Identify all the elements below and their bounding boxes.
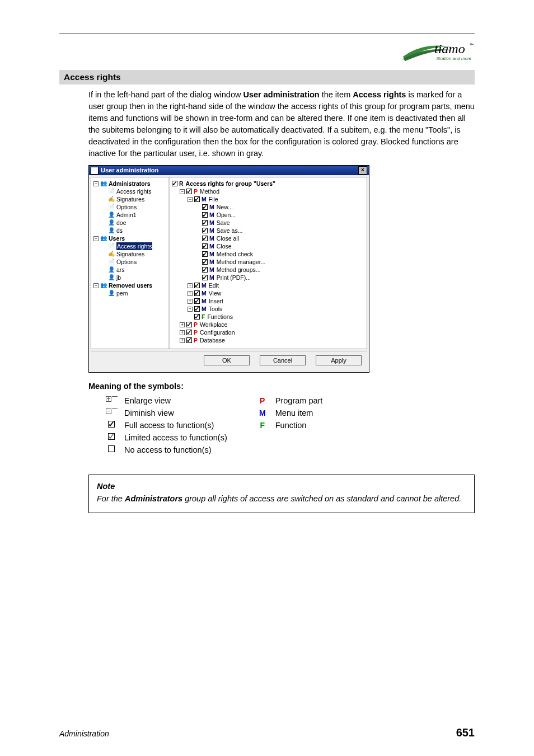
symbol-label: Diminish view bbox=[124, 408, 174, 417]
tree-item[interactable]: 📄Access rights bbox=[101, 187, 166, 195]
symbol-row: Enlarge view bbox=[99, 396, 227, 405]
tree-item[interactable]: MSave bbox=[195, 219, 364, 227]
tree-item[interactable]: MClose all bbox=[195, 234, 364, 242]
collapse-icon[interactable]: − bbox=[180, 189, 185, 194]
tree-item[interactable]: MClose bbox=[195, 242, 364, 250]
tree-item[interactable]: MOpen... bbox=[195, 211, 364, 219]
tree-item[interactable]: +MTools bbox=[188, 305, 364, 313]
tree-item[interactable]: ✍Signatures bbox=[101, 250, 166, 258]
checkbox-icon[interactable] bbox=[194, 196, 200, 202]
tree-item[interactable]: 📄Options bbox=[101, 258, 166, 266]
checkbox-icon[interactable] bbox=[202, 259, 208, 265]
tree-label: View bbox=[209, 289, 222, 297]
tree-item[interactable]: MMethod groups... bbox=[195, 266, 364, 274]
tree-label: Save as... bbox=[217, 227, 243, 234]
logo-swoosh-icon: tiamo ™ titration and more bbox=[402, 40, 475, 64]
enlarge-icon bbox=[99, 396, 124, 402]
tree-item[interactable]: +MInsert bbox=[188, 297, 364, 305]
expand-icon[interactable]: + bbox=[188, 299, 193, 304]
tree-group-users[interactable]: −👥Users bbox=[93, 234, 166, 242]
checkbox-icon[interactable] bbox=[202, 228, 208, 233]
dialog-titlebar[interactable]: User administration × bbox=[89, 166, 369, 175]
tree-item[interactable]: 👤pem bbox=[101, 289, 166, 297]
checkbox-icon[interactable] bbox=[172, 181, 177, 186]
checkbox-icon[interactable] bbox=[202, 251, 208, 257]
right-tree[interactable]: RAccess rights for group "Users" −PMetho… bbox=[170, 177, 367, 349]
tree-item[interactable]: 👤ds bbox=[101, 227, 166, 234]
footer-page: 651 bbox=[456, 726, 475, 739]
collapse-icon[interactable]: − bbox=[93, 283, 99, 288]
expand-icon[interactable]: + bbox=[180, 322, 185, 327]
doc-icon: 📄 bbox=[108, 242, 115, 250]
collapse-icon[interactable]: − bbox=[93, 236, 99, 241]
symbol-letter: M bbox=[259, 408, 266, 417]
tree-item[interactable]: +PWorkplace bbox=[180, 321, 364, 328]
tree-item[interactable]: −PMethod bbox=[180, 187, 364, 195]
tree-item[interactable]: +MView bbox=[188, 289, 364, 297]
expand-icon[interactable]: + bbox=[188, 291, 193, 296]
tree-item[interactable]: MPrint (PDF)... bbox=[195, 274, 364, 281]
tree-item[interactable]: +PConfiguration bbox=[180, 328, 364, 336]
checkbox-icon[interactable] bbox=[202, 267, 208, 273]
logo-area: tiamo ™ titration and more bbox=[59, 40, 475, 64]
collapse-icon[interactable]: − bbox=[93, 181, 99, 186]
expand-icon[interactable]: + bbox=[180, 330, 185, 335]
intro-paragraph: If in the left-hand part of the dialog w… bbox=[88, 89, 475, 159]
apply-button[interactable]: Apply bbox=[316, 355, 362, 365]
tree-item[interactable]: MMethod check bbox=[195, 250, 364, 258]
logo-brand: tiamo bbox=[434, 41, 465, 56]
checkbox-icon[interactable] bbox=[194, 283, 200, 288]
tree-item[interactable]: 👤doe bbox=[101, 219, 166, 227]
note-title: Note bbox=[97, 481, 466, 492]
close-icon[interactable]: × bbox=[358, 166, 367, 175]
checkbox-icon[interactable] bbox=[194, 314, 200, 320]
left-tree[interactable]: −👥Administrators 📄Access rights ✍Signatu… bbox=[91, 177, 170, 349]
symbol-letter: P bbox=[260, 396, 265, 405]
cancel-button[interactable]: Cancel bbox=[260, 355, 306, 365]
tree-item[interactable]: +PDatabase bbox=[180, 336, 364, 344]
tree-item[interactable]: FFunctions bbox=[188, 313, 364, 321]
rights-root[interactable]: RAccess rights for group "Users" bbox=[172, 180, 364, 187]
symbol-row: Full access to function(s) bbox=[99, 421, 227, 430]
tree-label: Signatures bbox=[116, 195, 144, 203]
tree-item[interactable]: ✍Signatures bbox=[101, 195, 166, 203]
checkbox-icon[interactable] bbox=[202, 243, 208, 249]
checkbox-icon[interactable] bbox=[194, 298, 200, 304]
tree-label: File bbox=[209, 195, 218, 203]
tree-item[interactable]: 👤jb bbox=[101, 274, 166, 281]
tree-group-admins[interactable]: −👥Administrators bbox=[93, 180, 166, 187]
collapse-icon[interactable]: − bbox=[188, 197, 193, 202]
checkbox-icon[interactable] bbox=[186, 189, 192, 194]
checkbox-icon[interactable] bbox=[202, 212, 208, 218]
tree-label: Workplace bbox=[200, 321, 227, 328]
checkbox-icon[interactable] bbox=[202, 236, 208, 241]
symbol-row: M Menu item bbox=[250, 408, 323, 417]
expand-icon[interactable]: + bbox=[188, 283, 193, 288]
tree-label: Method groups... bbox=[217, 266, 261, 274]
user-icon: 👤 bbox=[108, 211, 115, 219]
ok-button[interactable]: OK bbox=[204, 355, 250, 365]
tree-item[interactable]: 📄Options bbox=[101, 203, 166, 211]
tree-group-removed[interactable]: −👥Removed users bbox=[93, 281, 166, 289]
top-rule bbox=[59, 34, 475, 34]
user-icon: 👤 bbox=[108, 274, 115, 281]
tree-item[interactable]: MMethod manager... bbox=[195, 258, 364, 266]
tree-label: Print (PDF)... bbox=[217, 274, 251, 281]
checkbox-icon[interactable] bbox=[202, 220, 208, 226]
checkbox-icon[interactable] bbox=[186, 322, 192, 327]
tree-item[interactable]: MNew... bbox=[195, 203, 364, 211]
tree-item[interactable]: 👤ars bbox=[101, 266, 166, 274]
tree-item[interactable]: −MFile bbox=[188, 195, 364, 203]
checkbox-icon[interactable] bbox=[186, 337, 192, 343]
checkbox-icon[interactable] bbox=[194, 306, 200, 312]
checkbox-icon[interactable] bbox=[202, 204, 208, 210]
tree-item[interactable]: 👤Admin1 bbox=[101, 211, 166, 219]
tree-item-selected[interactable]: 📄Access rights bbox=[101, 242, 166, 250]
checkbox-icon[interactable] bbox=[186, 330, 192, 335]
checkbox-icon[interactable] bbox=[202, 275, 208, 280]
expand-icon[interactable]: + bbox=[180, 338, 185, 343]
tree-item[interactable]: +MEdit bbox=[188, 281, 364, 289]
expand-icon[interactable]: + bbox=[188, 307, 193, 312]
tree-item[interactable]: MSave as... bbox=[195, 227, 364, 234]
checkbox-icon[interactable] bbox=[194, 290, 200, 296]
